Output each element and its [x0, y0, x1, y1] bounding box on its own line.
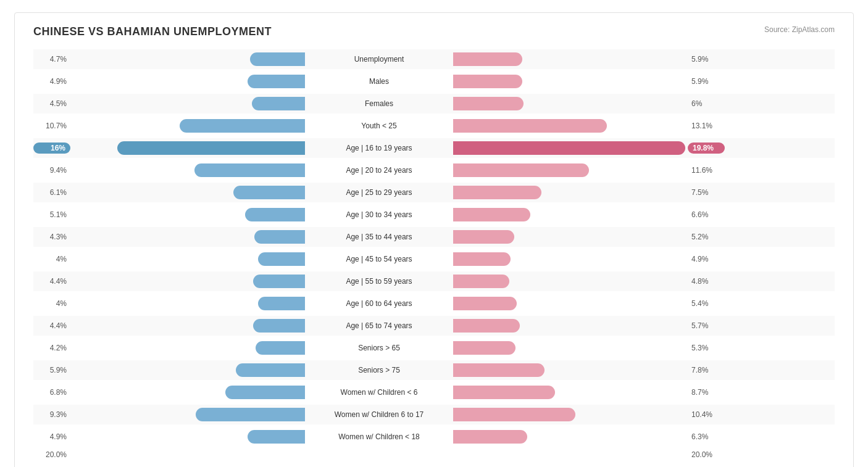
left-value: 4.9%: [33, 432, 70, 441]
left-value: 4.2%: [33, 344, 70, 352]
axis-right-label: 20.0%: [688, 450, 725, 459]
bar-row: 4.2%Seniors > 655.3%: [33, 338, 835, 358]
center-label: Males: [305, 77, 453, 86]
right-bar: [453, 119, 607, 133]
center-label: Seniors > 75: [305, 366, 453, 374]
center-label: Unemployment: [305, 55, 453, 64]
left-bar: [258, 252, 305, 266]
right-bar: [453, 230, 514, 244]
right-value: 8.7%: [688, 388, 725, 397]
left-value: 5.9%: [33, 366, 70, 374]
left-bar: [254, 230, 305, 244]
right-value: 5.7%: [688, 321, 725, 330]
chart-title: CHINESE VS BAHAMIAN UNEMPLOYMENT: [33, 25, 272, 38]
center-label: Age | 16 to 19 years: [305, 144, 453, 152]
bar-row: 4.4%Age | 55 to 59 years4.8%: [33, 271, 835, 291]
bar-row: 4.3%Age | 35 to 44 years5.2%: [33, 227, 835, 247]
bar-row: 5.9%Seniors > 757.8%: [33, 360, 835, 380]
right-bar: [453, 141, 685, 155]
left-value: 4.4%: [33, 277, 70, 286]
right-value: 13.1%: [688, 122, 725, 130]
center-label: Women w/ Children 6 to 17: [305, 410, 453, 419]
left-bar: [225, 386, 305, 399]
right-bar: [453, 341, 515, 355]
right-bar: [453, 252, 511, 266]
right-value: 6.3%: [688, 432, 725, 441]
bar-row: 9.4%Age | 20 to 24 years11.6%: [33, 160, 835, 180]
bar-row: 4%Age | 45 to 54 years4.9%: [33, 249, 835, 269]
right-bar: [453, 430, 527, 444]
right-value: 7.8%: [688, 366, 725, 374]
right-value: 19.8%: [688, 143, 725, 154]
right-value: 4.8%: [688, 277, 725, 286]
right-bar: [453, 52, 522, 66]
left-bar: [258, 297, 305, 310]
right-bar: [453, 319, 520, 333]
bar-row: 5.1%Age | 30 to 34 years6.6%: [33, 205, 835, 225]
left-bar: [117, 141, 305, 155]
right-value: 5.3%: [688, 344, 725, 352]
chart-header: CHINESE VS BAHAMIAN UNEMPLOYMENT Source:…: [33, 25, 835, 38]
left-value: 4%: [33, 299, 70, 308]
center-label: Age | 55 to 59 years: [305, 277, 453, 286]
right-bar: [453, 363, 545, 377]
bar-row: 16%Age | 16 to 19 years19.8%: [33, 138, 835, 158]
center-label: Youth < 25: [305, 122, 453, 130]
center-label: Age | 30 to 34 years: [305, 210, 453, 219]
left-value: 4.7%: [33, 55, 70, 64]
right-value: 6%: [688, 99, 725, 108]
right-bar: [453, 75, 522, 88]
left-bar: [248, 75, 305, 88]
center-label: Age | 45 to 54 years: [305, 255, 453, 263]
right-value: 5.4%: [688, 299, 725, 308]
left-bar: [236, 363, 305, 377]
bar-row: 4%Age | 60 to 64 years5.4%: [33, 294, 835, 313]
right-value: 5.9%: [688, 55, 725, 64]
left-bar: [253, 275, 305, 288]
chart-area: 4.7%Unemployment5.9%4.9%Males5.9%4.5%Fem…: [33, 49, 835, 447]
left-bar: [250, 52, 305, 66]
center-label: Age | 35 to 44 years: [305, 233, 453, 241]
bar-row: 6.1%Age | 25 to 29 years7.5%: [33, 183, 835, 202]
right-bar: [453, 386, 555, 399]
right-value: 5.2%: [688, 233, 725, 241]
bar-row: 4.5%Females6%: [33, 94, 835, 114]
chart-source: Source: ZipAtlas.com: [764, 25, 835, 34]
left-value: 4.9%: [33, 77, 70, 86]
right-value: 5.9%: [688, 77, 725, 86]
right-value: 7.5%: [688, 188, 725, 197]
left-bar: [196, 408, 305, 421]
bar-row: 4.7%Unemployment5.9%: [33, 49, 835, 69]
left-value: 6.1%: [33, 188, 70, 197]
right-value: 4.9%: [688, 255, 725, 263]
left-bar: [248, 430, 305, 444]
bar-row: 10.7%Youth < 2513.1%: [33, 116, 835, 136]
left-value: 4.4%: [33, 321, 70, 330]
left-value: 10.7%: [33, 122, 70, 130]
left-bar: [256, 341, 305, 355]
left-value: 6.8%: [33, 388, 70, 397]
left-value: 5.1%: [33, 210, 70, 219]
left-bar: [194, 163, 305, 177]
center-label: Females: [305, 99, 453, 108]
left-value: 9.4%: [33, 166, 70, 175]
left-value: 4.3%: [33, 233, 70, 241]
axis-row: 20.0% 20.0%: [33, 450, 835, 459]
right-bar: [453, 97, 524, 110]
left-bar: [245, 208, 305, 221]
right-bar: [453, 186, 541, 199]
center-label: Age | 60 to 64 years: [305, 299, 453, 308]
left-value: 16%: [33, 143, 70, 154]
bar-row: 4.9%Males5.9%: [33, 72, 835, 91]
right-bar: [453, 275, 509, 288]
left-bar: [253, 319, 305, 333]
bar-row: 6.8%Women w/ Children < 68.7%: [33, 382, 835, 402]
right-bar: [453, 163, 589, 177]
left-bar: [252, 97, 305, 110]
left-value: 4.5%: [33, 99, 70, 108]
left-value: 4%: [33, 255, 70, 263]
center-label: Age | 65 to 74 years: [305, 321, 453, 330]
center-label: Age | 20 to 24 years: [305, 166, 453, 175]
right-value: 11.6%: [688, 166, 725, 175]
right-value: 10.4%: [688, 410, 725, 419]
